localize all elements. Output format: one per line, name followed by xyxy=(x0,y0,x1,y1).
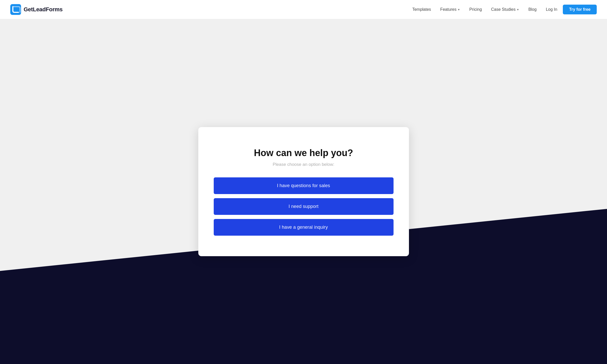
brand-name: GetLeadForms xyxy=(24,6,63,13)
features-dropdown-icon: ▼ xyxy=(457,8,460,11)
option-inquiry-button[interactable]: I have a general inquiry xyxy=(214,219,394,236)
nav-links: Templates Features ▼ Pricing Case Studie… xyxy=(409,5,597,14)
nav-item-templates[interactable]: Templates xyxy=(409,5,435,14)
page-wrapper: How can we help you? Please choose an op… xyxy=(0,19,607,364)
nav-item-features[interactable]: Features ▼ xyxy=(437,5,464,14)
nav-link-case-studies[interactable]: Case Studies ▼ xyxy=(488,5,523,14)
case-studies-dropdown-icon: ▼ xyxy=(517,8,519,11)
nav-item-blog[interactable]: Blog xyxy=(525,5,540,14)
option-sales-button[interactable]: I have questions for sales xyxy=(214,177,394,194)
logo-link[interactable]: GetLeadForms xyxy=(10,4,63,15)
logo-icon xyxy=(10,4,21,15)
form-card: How can we help you? Please choose an op… xyxy=(198,127,409,256)
form-title: How can we help you? xyxy=(214,148,394,158)
nav-item-try-free[interactable]: Try for free xyxy=(563,5,597,14)
navbar: GetLeadForms Templates Features ▼ Pricin… xyxy=(0,0,607,19)
try-free-button[interactable]: Try for free xyxy=(563,5,597,14)
options-list: I have questions for sales I need suppor… xyxy=(214,177,394,236)
svg-rect-0 xyxy=(10,4,21,15)
nav-item-case-studies[interactable]: Case Studies ▼ xyxy=(488,5,523,14)
form-subtitle: Please choose an option below: xyxy=(214,162,394,167)
nav-link-templates[interactable]: Templates xyxy=(409,5,435,14)
nav-link-pricing[interactable]: Pricing xyxy=(466,5,485,14)
nav-link-login[interactable]: Log In xyxy=(542,5,561,14)
nav-link-features[interactable]: Features ▼ xyxy=(437,5,464,14)
nav-item-pricing[interactable]: Pricing xyxy=(466,5,485,14)
nav-item-login[interactable]: Log In xyxy=(542,5,561,14)
nav-link-blog[interactable]: Blog xyxy=(525,5,540,14)
option-support-button[interactable]: I need support xyxy=(214,198,394,215)
